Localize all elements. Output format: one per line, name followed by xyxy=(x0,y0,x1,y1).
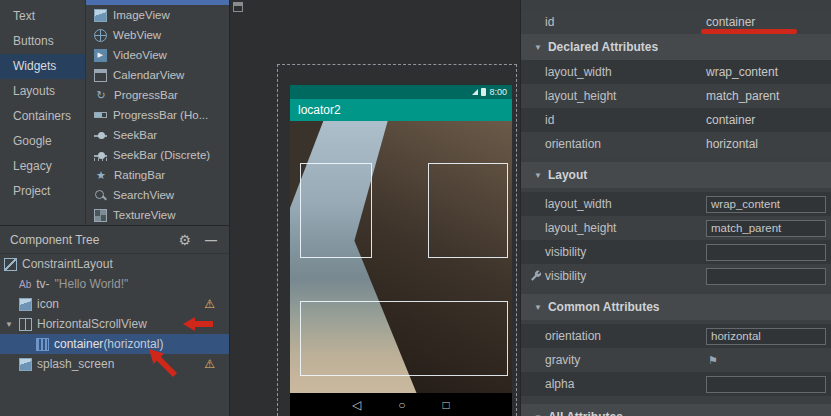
chevron-down-icon[interactable]: ▼ xyxy=(4,320,14,329)
nav-home-icon[interactable]: ○ xyxy=(398,398,405,412)
tree-item-id: tv- xyxy=(36,277,49,291)
tree-item-text-value: "Hello World!" xyxy=(55,277,129,291)
component-tree-header: Component Tree ⚙ — xyxy=(0,226,229,254)
imageview-icon xyxy=(19,358,32,371)
flag-icon[interactable]: ⚑ xyxy=(708,354,718,367)
attr-row-tools-visibility: visibility xyxy=(521,264,831,288)
attr-label: orientation xyxy=(545,137,601,151)
palette-category-google[interactable]: Google xyxy=(0,129,85,154)
palette-widget-list: ImageView WebView VideoView CalendarView… xyxy=(86,0,230,225)
attr-label: layout_height xyxy=(545,89,616,103)
tree-item-constraintlayout[interactable]: ConstraintLayout xyxy=(0,254,229,274)
alpha-input[interactable] xyxy=(706,376,826,393)
palette-category-widgets[interactable]: Widgets xyxy=(0,54,85,79)
tree-item-label: HorizontalScrollView xyxy=(37,317,147,331)
component-tree-title: Component Tree xyxy=(10,233,99,247)
device-preview[interactable]: 8:00 locator2 ◁ ○ □ xyxy=(290,85,512,416)
ratingbar-icon: ★ xyxy=(94,169,108,182)
attr-row-id-declared: id container xyxy=(521,108,831,132)
palette-item-imageview[interactable]: ImageView xyxy=(86,5,229,25)
palette-category-legacy[interactable]: Legacy xyxy=(0,154,85,179)
palette-category-text[interactable]: Text xyxy=(0,4,85,29)
attr-value[interactable]: match_parent xyxy=(706,89,779,103)
attr-label: visibility xyxy=(545,245,586,259)
battery-icon xyxy=(481,88,486,96)
attr-label: gravity xyxy=(545,353,580,367)
attr-row-orientation-declared: orientation horizontal xyxy=(521,132,831,156)
palette-item-progressbar-horizontal[interactable]: ProgressBar (Ho... xyxy=(86,105,229,125)
tree-item-container[interactable]: container(horizontal) xyxy=(0,334,229,354)
hide-panel-icon[interactable]: — xyxy=(205,233,217,247)
tree-item-id: container xyxy=(54,337,103,351)
tree-item-horizontalscrollview[interactable]: ▼ HorizontalScrollView xyxy=(0,314,229,334)
palette-category-containers[interactable]: Containers xyxy=(0,104,85,129)
section-title: Declared Attributes xyxy=(548,40,658,54)
gear-icon[interactable]: ⚙ xyxy=(178,232,191,248)
orientation-input[interactable]: horizontal xyxy=(706,328,826,345)
attr-label: visibility xyxy=(545,269,586,283)
child-view-outline-1[interactable] xyxy=(300,163,372,258)
palette-item-videoview[interactable]: VideoView xyxy=(86,45,229,65)
layout-height-input[interactable]: match_parent xyxy=(706,220,826,237)
tree-item-label: splash_screen xyxy=(37,357,114,371)
splash-screen-image[interactable] xyxy=(290,121,512,393)
attr-value[interactable]: wrap_content xyxy=(706,65,778,79)
attr-value[interactable]: horizontal xyxy=(706,137,758,151)
visibility-input[interactable] xyxy=(706,244,826,261)
attr-label: orientation xyxy=(545,329,601,343)
warning-icon[interactable]: ⚠ xyxy=(204,297,215,311)
id-value-field[interactable]: container xyxy=(706,15,755,29)
palette-item-seekbar-discrete[interactable]: SeekBar (Discrete) xyxy=(86,145,229,165)
palette-item-label: ImageView xyxy=(113,9,170,21)
nav-back-icon[interactable]: ◁ xyxy=(352,398,361,412)
palette-item-textureview[interactable]: TextureView xyxy=(86,205,229,225)
section-all-attributes[interactable]: ▼ All Attributes xyxy=(521,404,831,416)
design-surface-corner-icon[interactable] xyxy=(233,2,243,12)
palette-item-calendarview[interactable]: CalendarView xyxy=(86,65,229,85)
chevron-down-icon: ▼ xyxy=(534,413,542,416)
child-view-outline-3[interactable] xyxy=(300,301,508,376)
tree-item-icon[interactable]: icon ⚠ xyxy=(0,294,229,314)
palette-item-seekbar[interactable]: SeekBar xyxy=(86,125,229,145)
attr-label: id xyxy=(545,113,554,127)
tools-visibility-input[interactable] xyxy=(706,268,826,285)
tree-item-splash-screen[interactable]: splash_screen ⚠ xyxy=(0,354,229,374)
palette-category-project[interactable]: Project xyxy=(0,179,85,204)
attr-row-id: id container xyxy=(521,10,831,34)
tree-item-textview[interactable]: Ab tv- "Hello World!" xyxy=(0,274,229,294)
videoview-icon xyxy=(94,49,107,62)
textureview-icon xyxy=(94,209,107,222)
palette-item-progressbar[interactable]: ↻ ProgressBar xyxy=(86,85,229,105)
attr-value[interactable]: container xyxy=(706,113,755,127)
progressbar-horizontal-icon xyxy=(94,112,107,118)
attr-label: id xyxy=(545,15,554,29)
palette-item-label: SeekBar (Discrete) xyxy=(113,149,210,161)
palette-category-buttons[interactable]: Buttons xyxy=(0,29,85,54)
palette-item-label: SearchView xyxy=(113,189,174,201)
layout-width-input[interactable]: wrap_content xyxy=(706,196,826,213)
section-layout[interactable]: ▼ Layout xyxy=(521,162,831,188)
section-common-attributes[interactable]: ▼ Common Attributes xyxy=(521,294,831,320)
webview-icon xyxy=(94,29,107,42)
nav-recents-icon[interactable]: □ xyxy=(443,398,450,412)
warning-icon[interactable]: ⚠ xyxy=(204,357,215,371)
linearlayout-horizontal-icon xyxy=(36,338,49,351)
palette-item-label: VideoView xyxy=(113,49,167,61)
palette-item-ratingbar[interactable]: ★ RatingBar xyxy=(86,165,229,185)
tree-item-label: ConstraintLayout xyxy=(22,257,113,271)
palette-item-searchview[interactable]: SearchView xyxy=(86,185,229,205)
android-studio-layout-editor: Text Buttons Widgets Layouts Containers … xyxy=(0,0,831,416)
palette-item-label: ProgressBar (Ho... xyxy=(113,109,208,121)
palette-item-webview[interactable]: WebView xyxy=(86,25,229,45)
palette-category-layouts[interactable]: Layouts xyxy=(0,79,85,104)
child-view-outline-2[interactable] xyxy=(428,163,508,258)
device-nav-bar: ◁ ○ □ xyxy=(290,393,512,416)
palette-item-label: SeekBar xyxy=(113,129,157,141)
attr-label: layout_width xyxy=(545,197,612,211)
design-surface[interactable]: 8:00 locator2 ◁ ○ □ xyxy=(230,0,520,416)
attr-row-visibility: visibility xyxy=(521,240,831,264)
section-declared-attributes[interactable]: ▼ Declared Attributes xyxy=(521,34,831,60)
seekbar-discrete-icon xyxy=(94,149,107,162)
attr-label: layout_width xyxy=(545,65,612,79)
device-status-bar: 8:00 xyxy=(290,85,512,99)
